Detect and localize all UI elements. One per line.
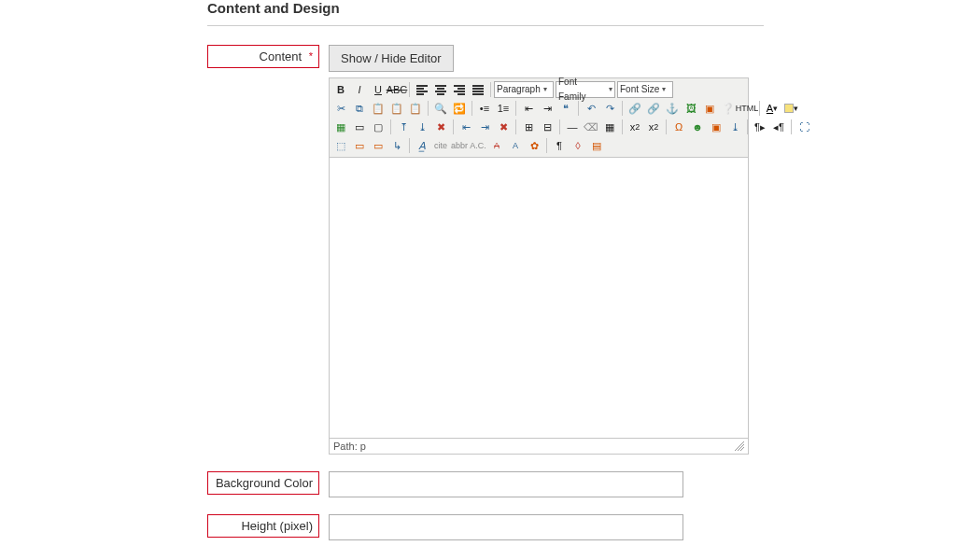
delete-col-button[interactable]: ✖ [494, 119, 513, 135]
replace-button[interactable]: 🔁 [450, 100, 469, 117]
underline-button[interactable]: U [369, 81, 387, 98]
attributes-button[interactable]: ✿ [525, 137, 543, 154]
editor-statusbar: Path: p [330, 438, 748, 454]
paste-button[interactable]: 📋 [369, 100, 387, 117]
image-button[interactable]: 🖼 [682, 100, 700, 117]
template-button[interactable]: ▤ [587, 137, 606, 154]
insert-media-button[interactable]: ▣ [707, 119, 725, 135]
insert-col-after-button[interactable]: ⇥ [475, 119, 494, 135]
insert-table-button[interactable]: ▦ [331, 119, 350, 135]
bold-button[interactable]: B [331, 81, 350, 98]
row-background-color: Background Color [207, 471, 764, 497]
text-color-button[interactable]: A▾ [763, 100, 781, 117]
hr-button[interactable]: — [563, 119, 582, 135]
ltr-button[interactable]: ¶▸ [751, 119, 769, 135]
bullet-list-button[interactable]: •≡ [475, 100, 494, 117]
html-source-button[interactable]: HTML [738, 100, 756, 117]
blockquote-button[interactable]: ❝ [556, 100, 575, 117]
visualchars-button[interactable]: ¶ [550, 137, 569, 154]
ins-button[interactable]: A [506, 137, 525, 154]
separator-icon [390, 119, 391, 134]
align-justify-button[interactable] [469, 81, 487, 98]
cite-button[interactable]: cite [431, 137, 450, 154]
special-char-button[interactable]: Ω [669, 119, 688, 135]
table-cell-props-button[interactable]: ▢ [369, 119, 387, 135]
separator-icon [622, 101, 623, 116]
media-button[interactable]: ▣ [700, 100, 719, 117]
align-right-button[interactable] [450, 81, 469, 98]
paste-word-button[interactable]: 📋 [406, 100, 425, 117]
select-all-button[interactable]: ⬚ [331, 137, 350, 154]
toggle-guidelines-button[interactable]: ▦ [600, 119, 619, 135]
insert-layer-button[interactable]: ▭ [350, 137, 369, 154]
highlight-color-button[interactable]: ▾ [781, 100, 800, 117]
nonbreaking-button[interactable]: ◊ [569, 137, 587, 154]
label-content: Content * [207, 45, 319, 68]
separator-icon [515, 101, 516, 116]
paragraph-dropdown[interactable]: Paragraph▾ [494, 81, 554, 98]
indent-button[interactable]: ⇥ [538, 100, 556, 117]
editor-body[interactable] [330, 158, 748, 438]
remove-format-button[interactable]: ⌫ [582, 119, 600, 135]
separator-icon [409, 138, 410, 153]
editor-toolbar: B I U ABC Paragraph▾ Font Family▾ Font S… [330, 78, 748, 158]
toolbar-row-2: ✂ ⧉ 📋 📋 📋 🔍 🔁 •≡ 1≡ ⇤ ⇥ [331, 99, 746, 118]
find-button[interactable]: 🔍 [431, 100, 450, 117]
split-cells-button[interactable]: ⊟ [538, 119, 556, 135]
delete-row-button[interactable]: ✖ [431, 119, 450, 135]
move-backward-button[interactable]: ↳ [387, 137, 406, 154]
subscript-button[interactable]: x2 [626, 119, 644, 135]
align-left-button[interactable] [413, 81, 431, 98]
height-pixel-input[interactable] [329, 514, 683, 540]
insert-row-before-button[interactable]: ⤒ [394, 119, 413, 135]
toolbar-row-1: B I U ABC Paragraph▾ Font Family▾ Font S… [331, 80, 746, 99]
font-family-dropdown[interactable]: Font Family▾ [556, 81, 615, 98]
pagebreak-button[interactable]: ⤓ [725, 119, 744, 135]
outdent-button[interactable]: ⇤ [519, 100, 538, 117]
resize-handle-icon[interactable] [735, 441, 744, 451]
row-height-pixel: Height (pixel) [207, 514, 764, 540]
label-background-color: Background Color [207, 471, 319, 495]
anchor-button[interactable]: ⚓ [663, 100, 682, 117]
link-button[interactable]: 🔗 [626, 100, 644, 117]
font-size-dropdown[interactable]: Font Size▾ [617, 81, 673, 98]
background-color-input[interactable] [329, 471, 683, 497]
fullscreen-button[interactable]: ⛶ [795, 119, 813, 135]
superscript-button[interactable]: x2 [644, 119, 663, 135]
separator-icon [453, 119, 454, 134]
separator-icon [428, 101, 429, 116]
separator-icon [666, 119, 667, 134]
editor-path: Path: p [333, 441, 366, 452]
copy-button[interactable]: ⧉ [350, 100, 369, 117]
italic-button[interactable]: I [350, 81, 369, 98]
insert-row-after-button[interactable]: ⤓ [413, 119, 431, 135]
acronym-button[interactable]: A.C. [469, 137, 487, 154]
separator-icon [515, 119, 516, 134]
insert-col-before-button[interactable]: ⇤ [457, 119, 475, 135]
emoticons-button[interactable]: ☻ [688, 119, 707, 135]
toggle-editor-button[interactable]: Show / Hide Editor [329, 45, 454, 72]
rtl-button[interactable]: ◂¶ [769, 119, 788, 135]
merge-cells-button[interactable]: ⊞ [519, 119, 538, 135]
separator-icon [747, 119, 748, 134]
paste-text-button[interactable]: 📋 [387, 100, 406, 117]
number-list-button[interactable]: 1≡ [494, 100, 513, 117]
redo-button[interactable]: ↷ [600, 100, 619, 117]
move-forward-button[interactable]: ▭ [369, 137, 387, 154]
align-center-button[interactable] [431, 81, 450, 98]
strikethrough-button[interactable]: ABC [387, 81, 406, 98]
table-row-props-button[interactable]: ▭ [350, 119, 369, 135]
del-button[interactable]: A [487, 137, 506, 154]
style-props-button[interactable]: A̲ [413, 137, 431, 154]
toolbar-row-4: ⬚ ▭ ▭ ↳ A̲ cite abbr A.C. A A ✿ ¶ [331, 136, 746, 155]
label-content-text: Content [260, 49, 303, 63]
unlink-button[interactable]: 🔗 [644, 100, 663, 117]
cut-button[interactable]: ✂ [331, 100, 350, 117]
separator-icon [759, 101, 760, 116]
abbr-button[interactable]: abbr [450, 137, 469, 154]
content-control-area: Show / Hide Editor B I U ABC [329, 45, 764, 455]
undo-button[interactable]: ↶ [582, 100, 600, 117]
separator-icon [471, 101, 472, 116]
separator-icon [409, 82, 410, 97]
separator-icon [622, 119, 623, 134]
